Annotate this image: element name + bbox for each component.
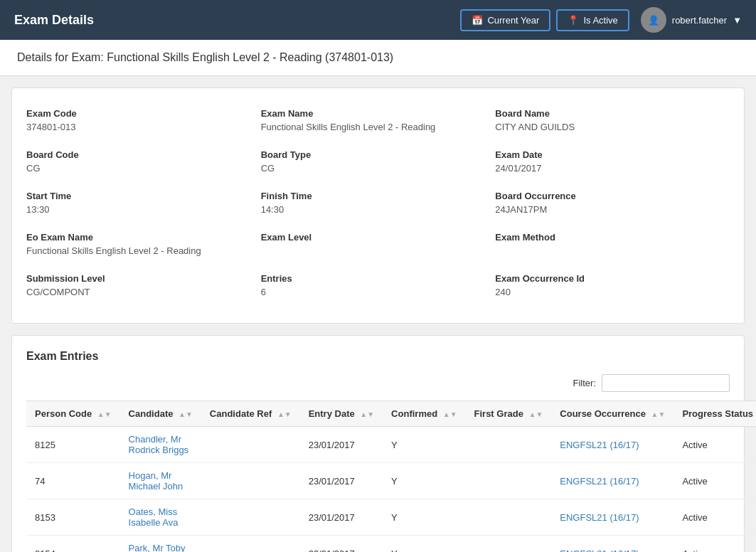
sort-icon: ▲▼ [179, 410, 193, 418]
exam-name-value: Functional Skills English Level 2 - Read… [261, 122, 484, 132]
cell-first-grade [466, 499, 552, 536]
col-confirmed[interactable]: Confirmed ▲▼ [383, 401, 465, 427]
board-name-field: Board Name CITY AND GUILDS [495, 102, 730, 144]
exam-code-field: Exam Code 374801-013 [26, 102, 261, 144]
board-name-label: Board Name [495, 108, 718, 119]
cell-course-occurrence[interactable]: ENGFSL21 (16/17) [551, 427, 674, 463]
start-time-field: Start Time 13:30 [26, 185, 261, 226]
table-row: 8153 Oates, Miss Isabelle Ava 23/01/2017… [26, 499, 756, 536]
submission-level-label: Submission Level [26, 273, 250, 284]
eo-exam-name-label: Eo Exam Name [26, 232, 250, 243]
app-header: Exam Details 📅 Current Year 📍 Is Active … [0, 0, 756, 40]
avatar: 👤 [641, 7, 666, 33]
sort-icon: ▲▼ [651, 410, 666, 418]
exam-occurrence-id-value: 240 [495, 287, 718, 297]
sort-icon: ▲▼ [443, 410, 457, 418]
col-first-grade[interactable]: First Grade ▲▼ [466, 401, 552, 427]
board-type-value: CG [261, 163, 484, 174]
filter-bar: Filter: [26, 374, 730, 392]
cell-candidate-ref [201, 499, 300, 536]
page-title-bar: Details for Exam: Functional Skills Engl… [0, 40, 756, 76]
exam-level-field: Exam Level [261, 226, 496, 267]
cell-person-code: 8153 [26, 499, 120, 536]
filter-input[interactable] [602, 374, 730, 392]
col-candidate-ref[interactable]: Candidate Ref ▲▼ [201, 401, 300, 427]
exam-date-value: 24/01/2017 [495, 163, 718, 174]
page-title: Details for Exam: Functional Skills Engl… [17, 51, 393, 63]
cell-first-grade [466, 463, 552, 499]
col-course-occurrence[interactable]: Course Occurrence ▲▼ [551, 401, 674, 427]
cell-confirmed: Y [383, 463, 465, 499]
finish-time-field: Finish Time 14:30 [261, 185, 496, 226]
entries-label: Entries [261, 273, 484, 284]
table-row: 74 Hogan, Mr Michael John 23/01/2017 Y E… [26, 463, 756, 499]
entries-table: Person Code ▲▼ Candidate ▲▼ Candidate Re… [26, 400, 756, 552]
cell-progress-status: Active [674, 427, 756, 463]
app-title: Exam Details [14, 13, 460, 28]
start-time-value: 13:30 [26, 204, 250, 215]
current-year-button[interactable]: 📅 Current Year [460, 9, 550, 31]
cell-entry-date: 23/01/2017 [300, 536, 383, 553]
exam-code-label: Exam Code [26, 108, 250, 119]
cell-candidate[interactable]: Hogan, Mr Michael John [120, 463, 201, 499]
exam-date-field: Exam Date 24/01/2017 [495, 144, 730, 185]
exam-date-label: Exam Date [495, 149, 718, 160]
sort-icon: ▲▼ [97, 410, 112, 418]
col-entry-date[interactable]: Entry Date ▲▼ [300, 401, 383, 427]
exam-name-field: Exam Name Functional Skills English Leve… [261, 102, 496, 144]
main-content: Exam Code 374801-013 Exam Name Functiona… [0, 76, 756, 552]
col-progress-status[interactable]: Progress Status ▲▼ [674, 401, 756, 427]
username: robert.fatcher [672, 15, 727, 26]
col-person-code[interactable]: Person Code ▲▼ [26, 401, 120, 427]
exam-method-field: Exam Method [495, 226, 730, 267]
sort-icon: ▲▼ [360, 410, 374, 418]
board-occurrence-label: Board Occurrence [495, 191, 718, 201]
board-code-field: Board Code CG [26, 144, 261, 185]
filter-label: Filter: [573, 378, 597, 388]
submission-level-value: CG/COMPONT [26, 287, 250, 297]
exam-level-label: Exam Level [261, 232, 484, 243]
cell-candidate-ref [201, 536, 300, 553]
entries-field: Entries 6 [261, 267, 496, 309]
cell-person-code: 8125 [26, 427, 120, 463]
is-active-button[interactable]: 📍 Is Active [556, 9, 629, 31]
board-code-label: Board Code [26, 149, 250, 160]
cell-progress-status: Active [674, 499, 756, 536]
cell-confirmed: Y [383, 499, 465, 536]
cell-person-code: 8154 [26, 536, 120, 553]
cell-entry-date: 23/01/2017 [300, 427, 383, 463]
table-row: 8125 Chandler, Mr Rodrick Briggs 23/01/2… [26, 427, 756, 463]
calendar-icon: 📅 [472, 15, 483, 26]
entries-value: 6 [261, 287, 484, 297]
cell-course-occurrence[interactable]: ENGFSL21 (16/17) [551, 463, 674, 499]
cell-progress-status: Active [674, 463, 756, 499]
board-occurrence-field: Board Occurrence 24JAN17PM [495, 185, 730, 226]
eo-exam-name-value: Functional Skills English Level 2 - Read… [26, 245, 250, 256]
col-candidate[interactable]: Candidate ▲▼ [120, 401, 201, 427]
table-header-row: Person Code ▲▼ Candidate ▲▼ Candidate Re… [26, 401, 756, 427]
exam-code-value: 374801-013 [26, 122, 250, 132]
cell-progress-status: Active [674, 536, 756, 553]
finish-time-label: Finish Time [261, 191, 484, 201]
board-type-label: Board Type [261, 149, 484, 160]
exam-method-label: Exam Method [495, 232, 718, 243]
board-code-value: CG [26, 163, 250, 174]
cell-course-occurrence[interactable]: ENGFSL21 (16/17) [551, 536, 674, 553]
exam-occurrence-id-field: Exam Occurrence Id 240 [495, 267, 730, 309]
cell-candidate-ref [201, 463, 300, 499]
user-menu[interactable]: 👤 robert.fatcher ▼ [641, 7, 742, 33]
cell-candidate[interactable]: Chandler, Mr Rodrick Briggs [120, 427, 201, 463]
cell-candidate[interactable]: Park, Mr Toby Mark [120, 536, 201, 553]
header-buttons: 📅 Current Year 📍 Is Active [460, 9, 629, 31]
submission-level-field: Submission Level CG/COMPONT [26, 267, 261, 309]
cell-candidate[interactable]: Oates, Miss Isabelle Ava [120, 499, 201, 536]
cell-entry-date: 23/01/2017 [300, 499, 383, 536]
exam-occurrence-id-label: Exam Occurrence Id [495, 273, 718, 284]
board-occurrence-value: 24JAN17PM [495, 204, 718, 215]
finish-time-value: 14:30 [261, 204, 484, 215]
eo-exam-name-field: Eo Exam Name Functional Skills English L… [26, 226, 261, 267]
exam-name-label: Exam Name [261, 108, 484, 119]
chevron-down-icon: ▼ [733, 15, 742, 26]
exam-detail-card: Exam Code 374801-013 Exam Name Functiona… [11, 87, 745, 324]
cell-course-occurrence[interactable]: ENGFSL21 (16/17) [551, 499, 674, 536]
